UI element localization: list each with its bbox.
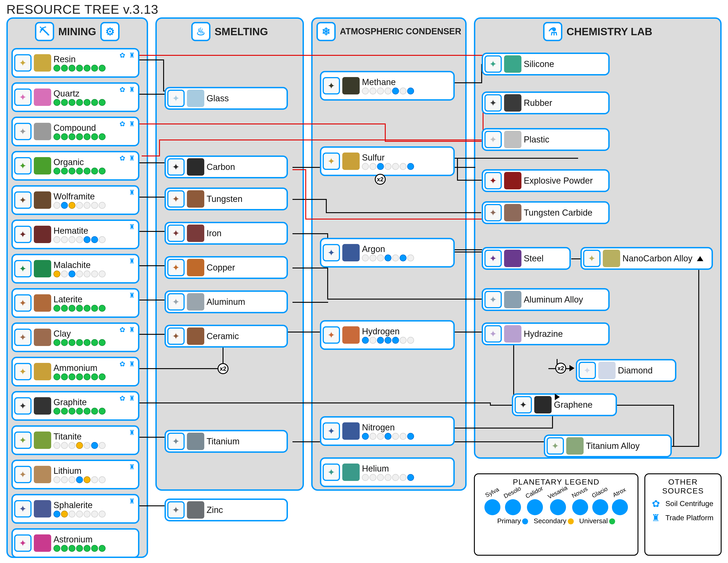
planet-dot bbox=[369, 337, 376, 344]
planet-dot bbox=[76, 545, 83, 552]
resource-graphite[interactable]: ✦Graphite✿♜ bbox=[11, 391, 139, 421]
resource-name: Plastic bbox=[524, 135, 606, 144]
resource-name: Ceramic bbox=[207, 331, 284, 341]
resource-silicone[interactable]: ✦Silicone bbox=[482, 53, 610, 75]
resource-sphalerite[interactable]: ✦Sphalerite♜ bbox=[11, 494, 139, 524]
resource-aluminum[interactable]: ✦Aluminum bbox=[165, 291, 288, 313]
resource-nanocarbon[interactable]: ✦NanoCarbon Alloy bbox=[580, 247, 713, 270]
source-trade: ♜Trade Platform bbox=[650, 512, 716, 524]
resource-item-icon bbox=[342, 152, 360, 170]
resource-wolframite[interactable]: ✦Wolframite♜ bbox=[11, 185, 139, 215]
resource-name: Tungsten bbox=[207, 194, 284, 204]
resource-diamond[interactable]: ✦Diamond bbox=[576, 359, 676, 382]
connection-line bbox=[385, 123, 386, 142]
planet-dot bbox=[84, 545, 90, 552]
planet-label: Glacio bbox=[591, 485, 610, 501]
resource-sulfur[interactable]: ✦Sulfur bbox=[320, 146, 455, 176]
planet-dot bbox=[76, 442, 83, 449]
resource-carbon[interactable]: ✦Carbon bbox=[165, 155, 288, 178]
resource-expowder[interactable]: ✦Explosive Powder bbox=[482, 169, 610, 192]
chemlab-icon: ⚗ bbox=[543, 22, 562, 41]
planet-dot bbox=[84, 408, 90, 415]
resource-name: Methane bbox=[362, 77, 451, 87]
resource-ceramic[interactable]: ✦Ceramic bbox=[165, 325, 288, 348]
planet-dot bbox=[91, 476, 98, 483]
resource-quartz[interactable]: ✦Quartz✿♜ bbox=[11, 82, 139, 112]
resource-hematite[interactable]: ✦Hematite♜ bbox=[11, 219, 139, 249]
resource-symbol-icon: ✦ bbox=[323, 326, 340, 344]
resource-rubber[interactable]: ✦Rubber bbox=[482, 91, 610, 114]
resource-glass[interactable]: ✦Glass bbox=[165, 87, 288, 110]
resource-nitrogen[interactable]: ✦Nitrogen bbox=[320, 416, 455, 446]
resource-titanite[interactable]: ✦Titanite♜ bbox=[11, 425, 139, 455]
legend-planet: Atrox bbox=[612, 489, 628, 515]
planet-icon bbox=[484, 499, 500, 515]
planet-icon bbox=[592, 499, 608, 515]
planet-dot bbox=[84, 305, 90, 312]
resource-argon[interactable]: ✦Argon bbox=[320, 238, 455, 267]
resource-compound[interactable]: ✦Compound✿♜ bbox=[11, 117, 139, 146]
resource-helium[interactable]: ✦Helium bbox=[320, 457, 455, 487]
resource-ammonium[interactable]: ✦Ammonium✿♜ bbox=[11, 357, 139, 387]
resource-malachite[interactable]: ✦Malachite♜ bbox=[11, 254, 139, 284]
resource-titanium[interactable]: ✦Titanium bbox=[165, 430, 288, 453]
resource-graphene[interactable]: ✦Graphene bbox=[512, 393, 617, 416]
resource-methane[interactable]: ✦Methane bbox=[320, 71, 455, 101]
resource-tialloy[interactable]: ✦Titanium Alloy bbox=[544, 435, 672, 457]
column-header-chemistry: ⚗ CHEMISTRY LAB bbox=[475, 22, 720, 41]
resource-item-icon bbox=[34, 191, 51, 209]
column-header-condenser: ❄ ATMOSPHERIC CONDENSER bbox=[313, 22, 465, 41]
resource-item-icon bbox=[598, 362, 616, 379]
resource-alalloy[interactable]: ✦Aluminum Alloy bbox=[482, 288, 610, 311]
resource-zinc[interactable]: ✦Zinc bbox=[165, 499, 288, 521]
planet-dot bbox=[91, 339, 98, 346]
resource-item-icon bbox=[187, 224, 204, 242]
resource-laterite[interactable]: ✦Laterite♜ bbox=[11, 288, 139, 318]
planet-dot bbox=[99, 236, 106, 243]
resource-symbol-icon: ✦ bbox=[323, 422, 340, 440]
planet-dot bbox=[99, 374, 106, 380]
resource-organic[interactable]: ✦Organic✿♜ bbox=[11, 151, 139, 181]
resource-symbol-icon: ✦ bbox=[484, 204, 502, 221]
planet-dot bbox=[61, 476, 68, 483]
planet-dot bbox=[61, 305, 68, 312]
legend-key-item: Primary bbox=[497, 517, 528, 525]
planet-dot bbox=[91, 511, 98, 518]
connection-line bbox=[305, 169, 306, 219]
trade-icon: ♜ bbox=[128, 257, 136, 265]
planet-dot bbox=[385, 337, 391, 344]
resource-iron[interactable]: ✦Iron bbox=[165, 222, 288, 245]
connection-line bbox=[455, 332, 482, 333]
resource-steel[interactable]: ✦Steel bbox=[482, 247, 571, 270]
planet-dot bbox=[407, 474, 414, 481]
resource-clay[interactable]: ✦Clay✿♜ bbox=[11, 323, 139, 352]
planet-dot bbox=[84, 133, 90, 140]
resource-item-icon bbox=[504, 291, 521, 308]
resource-hydrogen[interactable]: ✦Hydrogen bbox=[320, 320, 455, 350]
resource-item-icon bbox=[187, 158, 204, 176]
page-title: RESOURCE TREE v.3.13 bbox=[6, 2, 158, 17]
planet-dot bbox=[76, 270, 83, 277]
planet-dot bbox=[99, 476, 106, 483]
planet-dot bbox=[91, 374, 98, 380]
planet-dot bbox=[400, 163, 407, 170]
resource-name: Hydrogen bbox=[362, 327, 451, 337]
planet-dot bbox=[407, 88, 414, 94]
resource-astronium[interactable]: ✦Astronium bbox=[11, 528, 139, 558]
planet-dot bbox=[377, 474, 384, 481]
resource-copper[interactable]: ✦Copper bbox=[165, 256, 288, 279]
planet-dot bbox=[400, 433, 407, 440]
resource-hydrazine[interactable]: ✦Hydrazine bbox=[482, 323, 610, 345]
resource-symbol-icon: ✦ bbox=[484, 291, 502, 308]
planet-dot bbox=[400, 337, 407, 344]
resource-plastic[interactable]: ✦Plastic bbox=[482, 128, 610, 151]
resource-lithium[interactable]: ✦Lithium♜ bbox=[11, 460, 139, 489]
resource-symbol-icon: ✦ bbox=[547, 437, 564, 455]
planet-dot bbox=[400, 254, 407, 261]
resource-resin[interactable]: ✦Resin✿♜ bbox=[11, 48, 139, 78]
resource-tungsten[interactable]: ✦Tungsten bbox=[165, 187, 288, 210]
planet-dot bbox=[76, 133, 83, 140]
planet-dot bbox=[377, 337, 384, 344]
resource-item-icon bbox=[34, 397, 51, 415]
resource-tcarbide[interactable]: ✦Tungsten Carbide bbox=[482, 201, 610, 224]
